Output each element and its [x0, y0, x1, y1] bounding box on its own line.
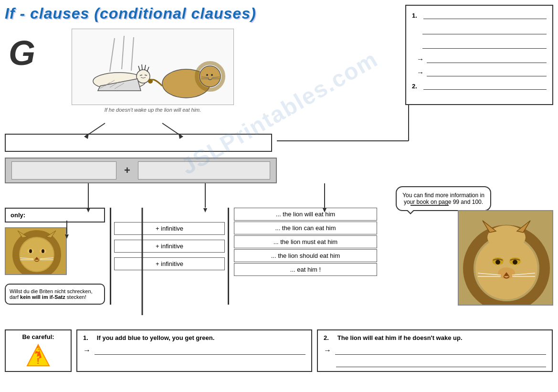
- exercise2-num: 2.: [324, 334, 329, 341]
- german-bubble: Willst du die Briten nicht schrecken, da…: [5, 284, 105, 305]
- svg-point-25: [211, 74, 213, 76]
- exercise1-sentence: If you add blue to yellow, you get green…: [97, 334, 215, 341]
- svg-text:!: !: [37, 357, 39, 365]
- sketch-caption: If he doesn't wake up the lion will eat …: [105, 107, 201, 113]
- svg-point-38: [29, 249, 32, 253]
- arrow-symbol-1: →: [417, 55, 424, 63]
- blank-line-1c: [422, 40, 547, 49]
- exercise1-arrow: →: [83, 346, 91, 355]
- formula-box: +: [5, 158, 277, 183]
- num-label-2: 2.: [412, 83, 421, 90]
- letter-g: G: [9, 33, 35, 73]
- only-box: only:: [5, 208, 105, 222]
- svg-point-30: [148, 79, 153, 84]
- bottom-section: Be careful: ! 1. If you add blue to yell…: [5, 329, 553, 372]
- result-row-5: ... eat him !: [234, 263, 377, 276]
- inf-row-1: + infinitive: [114, 222, 225, 235]
- formula-plus: +: [124, 164, 130, 177]
- page-title: If - clauses (conditional clauses): [5, 5, 256, 22]
- be-careful-label: Be careful:: [22, 333, 54, 340]
- three-columns: only:: [5, 208, 444, 305]
- result-row-4: ... the lion should eat him: [234, 249, 377, 262]
- exercise1-answer-line: →: [83, 346, 305, 355]
- arrow-line-2: →: [412, 68, 547, 76]
- blank-line-2: [423, 81, 547, 90]
- lion-small-photo: [5, 227, 67, 275]
- arrow-line-1: →: [412, 54, 547, 63]
- exercise2-answer-line-2: [324, 359, 546, 367]
- formula-right-box: [138, 161, 270, 180]
- svg-point-32: [20, 238, 53, 271]
- svg-point-24: [206, 74, 208, 76]
- svg-line-18: [131, 37, 134, 71]
- svg-point-20: [137, 70, 150, 83]
- illustration-area: If he doesn't wake up the lion will eat …: [38, 29, 267, 134]
- inf-row-2: + infinitive: [114, 240, 225, 253]
- col-infinitive: + infinitive + infinitive + infinitive: [110, 208, 229, 305]
- wide-blank-box: [5, 134, 272, 152]
- svg-line-17: [122, 36, 124, 69]
- formula-left-box: [11, 161, 116, 180]
- col-only: only:: [5, 208, 105, 305]
- be-careful-box: Be careful: !: [5, 329, 72, 372]
- col-results: ... the lion will eat him ... the lion c…: [234, 208, 377, 305]
- numbered-line-2: 2.: [412, 81, 547, 90]
- exercise-2-box: 2. The lion will eat him if he doesn't w…: [317, 329, 553, 372]
- svg-point-39: [42, 249, 44, 253]
- exercise2-sentence: The lion will eat him if he doesn't wake…: [337, 334, 463, 341]
- exercise2-answer-line-1: →: [324, 346, 546, 355]
- sketch-box: [72, 29, 234, 105]
- lion-photo-right: [458, 210, 553, 306]
- svg-point-22: [200, 66, 221, 87]
- result-row-2: ... the lion can eat him: [234, 222, 377, 234]
- exercise-1-box: 1. If you add blue to yellow, you get gr…: [76, 329, 312, 372]
- title-section: If - clauses (conditional clauses): [5, 5, 272, 22]
- result-row-1: ... the lion will eat him: [234, 208, 377, 221]
- exercise2-arrow: →: [324, 346, 331, 355]
- top-right-box: 1. → → 2.: [405, 5, 553, 105]
- svg-point-53: [495, 260, 500, 265]
- inf-row-3: + infinitive: [114, 257, 225, 270]
- blank-line-arrow1: [427, 54, 547, 63]
- result-row-3: ... the lion must eat him: [234, 235, 377, 248]
- german-text: Willst du die Briten nicht schrecken, da…: [10, 288, 93, 300]
- sketch-svg: [76, 33, 229, 100]
- arrow-symbol-2: →: [417, 68, 424, 76]
- warning-icon: !: [26, 343, 50, 367]
- num-label-1: 1.: [412, 12, 421, 19]
- blank-line-1: [423, 11, 547, 19]
- speech-bubble-text: You can find more information in your bo…: [402, 192, 484, 205]
- blank-line-arrow2: [427, 68, 547, 76]
- numbered-line-1: 1.: [412, 11, 547, 19]
- svg-point-54: [513, 260, 517, 265]
- exercise1-num: 1.: [83, 334, 88, 341]
- svg-line-16: [110, 38, 115, 72]
- blank-line-1b: [422, 26, 547, 34]
